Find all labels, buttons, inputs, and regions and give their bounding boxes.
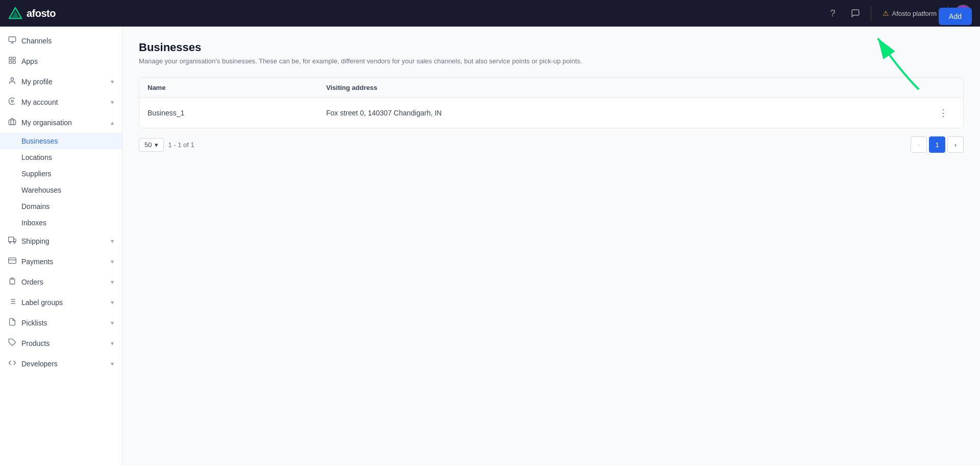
channels-label: Channels — [21, 37, 52, 45]
per-page-select[interactable]: 50 ▾ — [139, 138, 164, 152]
locations-sub-label: Locations — [21, 153, 52, 161]
business-name-cell: Business_1 — [148, 109, 326, 117]
apps-icon — [8, 56, 16, 66]
sidebar: Channels Apps My profile ▾ My account ▾ — [0, 27, 122, 466]
platform-button[interactable]: ⚠ Afosto platform — [877, 6, 942, 20]
sidebar-item-orders[interactable]: Orders ▾ — [0, 272, 122, 292]
table-header: Name Visiting address — [139, 78, 963, 98]
sidebar-sub-item-locations[interactable]: Locations — [0, 149, 122, 166]
svg-rect-12 — [9, 237, 14, 242]
profile-chevron: ▾ — [111, 78, 114, 85]
sidebar-item-channels[interactable]: Channels — [0, 31, 122, 51]
page-title: Businesses — [139, 41, 964, 54]
pagination-range: 1 - 1 of 1 — [168, 141, 194, 149]
sidebar-item-label-groups[interactable]: Label groups ▾ — [0, 292, 122, 313]
organisation-icon — [8, 118, 16, 128]
svg-point-13 — [9, 242, 11, 243]
svg-point-9 — [11, 78, 13, 80]
svg-rect-5 — [9, 57, 12, 60]
svg-rect-2 — [9, 37, 15, 41]
page-1-button[interactable]: 1 — [929, 136, 945, 153]
orders-chevron: ▾ — [111, 278, 114, 286]
table-row: Business_1 Fox street 0, 140307 Chandiga… — [139, 98, 963, 128]
per-page-chevron: ▾ — [155, 141, 158, 149]
svg-point-14 — [14, 242, 15, 243]
pagination-right: ‹ 1 › — [911, 136, 964, 153]
apps-label: Apps — [21, 57, 38, 65]
next-page-button[interactable]: › — [947, 136, 964, 153]
layout: Channels Apps My profile ▾ My account ▾ — [0, 27, 980, 466]
sidebar-item-payments[interactable]: Payments ▾ — [0, 251, 122, 272]
shipping-chevron: ▾ — [111, 238, 114, 245]
developers-chevron: ▾ — [111, 360, 114, 367]
sidebar-sub-item-businesses[interactable]: Businesses — [0, 133, 122, 149]
business-actions-cell: ⋮ — [935, 105, 955, 121]
platform-label: Afosto platform — [892, 10, 937, 17]
payments-label: Payments — [21, 258, 53, 266]
help-button[interactable]: ? — [824, 4, 842, 22]
svg-point-10 — [11, 100, 13, 102]
main-content: Businesses Manage your organisation's bu… — [122, 27, 980, 466]
businesses-sub-label: Businesses — [21, 137, 58, 145]
picklists-label: Picklists — [21, 319, 47, 327]
add-button[interactable]: Add — [939, 8, 972, 25]
svg-rect-15 — [9, 258, 16, 264]
svg-rect-11 — [9, 120, 15, 125]
developers-label: Developers — [21, 360, 58, 368]
sidebar-item-my-profile[interactable]: My profile ▾ — [0, 72, 122, 92]
my-profile-label: My profile — [21, 78, 53, 86]
prev-page-button[interactable]: ‹ — [911, 136, 927, 153]
products-icon — [8, 338, 16, 348]
payments-chevron: ▾ — [111, 258, 114, 265]
sidebar-sub-item-domains[interactable]: Domains — [0, 198, 122, 215]
chat-button[interactable] — [846, 4, 865, 22]
col-name-header: Name — [148, 84, 326, 91]
sidebar-sub-item-suppliers[interactable]: Suppliers — [0, 166, 122, 182]
col-address-header: Visiting address — [326, 84, 935, 91]
inboxes-sub-label: Inboxes — [21, 219, 46, 227]
shipping-icon — [8, 236, 16, 246]
products-chevron: ▾ — [111, 340, 114, 347]
pagination-left: 50 ▾ 1 - 1 of 1 — [139, 138, 194, 152]
domains-sub-label: Domains — [21, 202, 50, 211]
sidebar-sub-item-inboxes[interactable]: Inboxes — [0, 215, 122, 231]
label-groups-label: Label groups — [21, 298, 63, 307]
payments-icon — [8, 257, 16, 267]
svg-rect-8 — [13, 61, 15, 63]
sidebar-item-shipping[interactable]: Shipping ▾ — [0, 231, 122, 251]
sidebar-item-picklists[interactable]: Picklists ▾ — [0, 313, 122, 333]
warehouses-sub-label: Warehouses — [21, 186, 61, 194]
sidebar-item-my-account[interactable]: My account ▾ — [0, 92, 122, 112]
organisation-chevron: ▴ — [111, 119, 114, 126]
business-address-cell: Fox street 0, 140307 Chandigarh, IN — [326, 109, 935, 117]
sidebar-item-apps[interactable]: Apps — [0, 51, 122, 72]
warning-icon: ⚠ — [883, 9, 889, 17]
account-chevron: ▾ — [111, 99, 114, 106]
channels-icon — [8, 36, 16, 46]
logo-area: afosto — [8, 6, 56, 20]
sidebar-item-developers[interactable]: Developers ▾ — [0, 354, 122, 374]
suppliers-sub-label: Suppliers — [21, 170, 51, 178]
pagination-bar: 50 ▾ 1 - 1 of 1 ‹ 1 › — [139, 136, 964, 153]
logo-icon — [8, 6, 22, 20]
my-account-label: My account — [21, 98, 58, 106]
svg-rect-7 — [9, 61, 12, 63]
profile-icon — [8, 77, 16, 87]
orders-label: Orders — [21, 278, 43, 286]
account-icon — [8, 97, 16, 107]
products-label: Products — [21, 339, 50, 347]
nav-divider — [871, 6, 871, 21]
my-organisation-label: My organisation — [21, 119, 72, 127]
logo-text: afosto — [27, 8, 56, 19]
top-nav: afosto ? ⚠ Afosto platform KA — [0, 0, 980, 27]
sidebar-item-products[interactable]: Products ▾ — [0, 333, 122, 354]
developers-icon — [8, 359, 16, 369]
svg-rect-6 — [13, 57, 15, 60]
page-description: Manage your organisation's businesses. T… — [139, 57, 598, 65]
label-groups-chevron: ▾ — [111, 299, 114, 306]
row-more-button[interactable]: ⋮ — [935, 105, 952, 121]
sidebar-item-my-organisation[interactable]: My organisation ▴ — [0, 112, 122, 133]
sidebar-sub-item-warehouses[interactable]: Warehouses — [0, 182, 122, 198]
svg-rect-17 — [11, 278, 13, 279]
label-groups-icon — [8, 297, 16, 308]
